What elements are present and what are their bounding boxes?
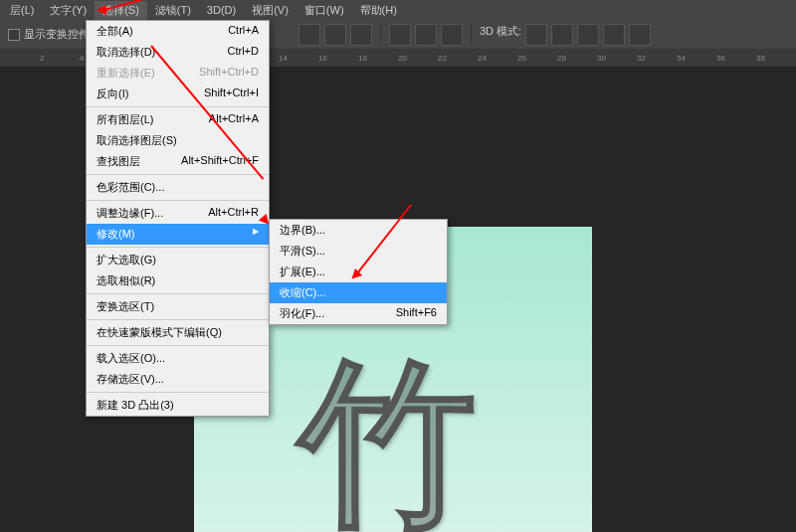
annotation-arrow-head-1 (97, 5, 106, 15)
separator (380, 24, 381, 44)
menu-help[interactable]: 帮助(H) (352, 1, 405, 20)
separator (471, 24, 472, 44)
menu-save-selection[interactable]: 存储选区(V)... (87, 369, 269, 390)
menu-deselect-layers[interactable]: 取消选择图层(S) (87, 130, 269, 151)
menu-color-range[interactable]: 色彩范围(C)... (87, 177, 269, 198)
align-icon-1[interactable] (298, 24, 320, 46)
submenu-contract[interactable]: 收缩(C)... (270, 282, 447, 303)
separator (87, 200, 269, 201)
menu-similar[interactable]: 选取相似(R) (87, 270, 269, 291)
separator (87, 174, 269, 175)
menu-all[interactable]: 全部(A)Ctrl+A (87, 21, 269, 42)
menu-modify[interactable]: 修改(M)▶ (87, 224, 269, 245)
menu-all-layers[interactable]: 所有图层(L)Alt+Ctrl+A (87, 109, 269, 130)
separator (87, 247, 269, 248)
mode-icon-1[interactable] (525, 24, 547, 46)
submenu-smooth[interactable]: 平滑(S)... (270, 241, 447, 262)
mode-icon-3[interactable] (577, 24, 599, 46)
separator (87, 106, 269, 107)
menu-layer[interactable]: 层(L) (2, 1, 42, 20)
chevron-right-icon: ▶ (253, 227, 259, 242)
menu-text[interactable]: 文字(Y) (42, 1, 95, 20)
separator (87, 293, 269, 294)
menu-filter[interactable]: 滤镜(T) (147, 1, 199, 20)
submenu-feather[interactable]: 羽化(F)...Shift+F6 (270, 303, 447, 324)
align-icon-3[interactable] (350, 24, 372, 46)
menu-inverse[interactable]: 反向(I)Shift+Ctrl+I (87, 84, 269, 104)
main-menubar: 层(L) 文字(Y) 选择(S) 滤镜(T) 3D(D) 视图(V) 窗口(W)… (0, 0, 796, 20)
menu-window[interactable]: 窗口(W) (297, 1, 352, 20)
menu-quick-mask[interactable]: 在快速蒙版模式下编辑(Q) (87, 322, 269, 343)
align-icon-4[interactable] (389, 24, 411, 46)
mode-label: 3D 模式: (480, 24, 521, 46)
character-selection: 竹 (298, 326, 478, 532)
mode-icon-4[interactable] (603, 24, 625, 46)
menu-deselect[interactable]: 取消选择(D)Ctrl+D (87, 42, 269, 63)
menu-grow[interactable]: 扩大选取(G) (87, 250, 269, 270)
menu-new-3d-extrusion[interactable]: 新建 3D 凸出(3) (87, 395, 269, 416)
menu-transform-selection[interactable]: 变换选区(T) (87, 296, 269, 317)
separator (87, 319, 269, 320)
separator (87, 345, 269, 346)
align-icon-5[interactable] (415, 24, 437, 46)
show-transform-checkbox[interactable] (8, 29, 20, 41)
menu-3d[interactable]: 3D(D) (199, 2, 244, 18)
mode-icon-5[interactable] (629, 24, 651, 46)
align-icon-2[interactable] (324, 24, 346, 46)
menu-load-selection[interactable]: 载入选区(O)... (87, 348, 269, 369)
show-transform-label: 显示变换控件 (24, 27, 90, 42)
align-icon-6[interactable] (441, 24, 463, 46)
menu-reselect: 重新选择(E)Shift+Ctrl+D (87, 63, 269, 84)
separator (87, 392, 269, 393)
mode-icon-2[interactable] (551, 24, 573, 46)
menu-view[interactable]: 视图(V) (244, 1, 297, 20)
submenu-border[interactable]: 边界(B)... (270, 220, 447, 241)
menu-refine-edge[interactable]: 调整边缘(F)...Alt+Ctrl+R (87, 203, 269, 224)
